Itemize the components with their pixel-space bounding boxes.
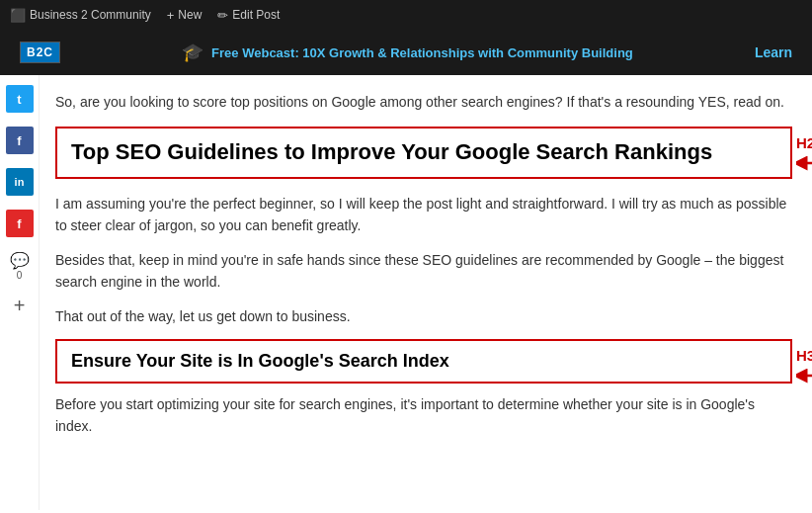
- logo-text: B2C: [27, 45, 53, 59]
- graduation-icon: 🎓: [182, 42, 203, 63]
- facebook-icon: f: [17, 133, 21, 148]
- h3-section: H3 Ensure Your Site is In Google's Searc…: [55, 339, 792, 438]
- social-sidebar: t f in f 💬 0 +: [0, 75, 40, 510]
- body-paragraph-3: That out of the way, let us get down to …: [55, 305, 792, 327]
- promo-banner: B2C 🎓 Free Webcast: 10X Growth & Relatio…: [0, 30, 812, 75]
- h3-label: H3: [796, 347, 812, 364]
- edit-post-link[interactable]: ✏ Edit Post: [217, 8, 280, 23]
- h2-box: Top SEO Guidelines to Improve Your Googl…: [55, 127, 792, 179]
- h3-annotation: H3: [796, 347, 812, 385]
- flipboard-share-button[interactable]: f: [6, 210, 34, 237]
- linkedin-share-button[interactable]: in: [6, 168, 34, 196]
- h2-annotation: H2: [796, 134, 812, 173]
- new-link[interactable]: + New: [167, 8, 203, 23]
- comment-count: 0: [17, 270, 23, 281]
- edit-icon: ✏: [217, 8, 228, 23]
- banner-content: 🎓 Free Webcast: 10X Growth & Relationshi…: [70, 42, 745, 63]
- h2-label: H2: [796, 134, 812, 151]
- h2-arrow-svg: [796, 153, 812, 173]
- site-home-link[interactable]: ⬛ Business 2 Community: [10, 8, 151, 23]
- h3-box: Ensure Your Site is In Google's Search I…: [55, 339, 792, 384]
- main-layout: t f in f 💬 0 + So, are you looking to sc…: [0, 75, 812, 510]
- site-name: Business 2 Community: [30, 8, 151, 22]
- twitter-icon: t: [17, 92, 21, 107]
- more-share-button[interactable]: +: [14, 295, 26, 317]
- after-h3-paragraph: Before you start optimizing your site fo…: [55, 393, 792, 438]
- h3-arrow-svg: [796, 366, 812, 385]
- article-content: So, are you looking to score top positio…: [40, 75, 812, 510]
- h3-heading: Ensure Your Site is In Google's Search I…: [71, 351, 776, 372]
- body-paragraph-2: Besides that, keep in mind you're in saf…: [55, 249, 792, 294]
- facebook-share-button[interactable]: f: [6, 127, 34, 154]
- home-icon: ⬛: [10, 8, 26, 23]
- learn-button[interactable]: Learn: [755, 44, 792, 60]
- body-paragraph-1: I am assuming you're the perfect beginne…: [55, 193, 792, 237]
- plus-icon: +: [167, 8, 175, 23]
- comment-button[interactable]: 💬 0: [10, 251, 30, 281]
- h2-heading: Top SEO Guidelines to Improve Your Googl…: [71, 138, 776, 167]
- flipboard-icon: f: [17, 216, 21, 231]
- intro-paragraph: So, are you looking to score top positio…: [55, 91, 792, 113]
- banner-promo-text: Free Webcast: 10X Growth & Relationships…: [211, 45, 633, 60]
- logo: B2C: [20, 42, 60, 63]
- admin-bar: ⬛ Business 2 Community + New ✏ Edit Post: [0, 0, 812, 30]
- comment-icon: 💬: [10, 251, 30, 270]
- twitter-share-button[interactable]: t: [6, 85, 34, 113]
- h2-section: Top SEO Guidelines to Improve Your Googl…: [55, 127, 792, 179]
- linkedin-icon: in: [15, 176, 25, 188]
- plus-share-icon: +: [14, 295, 26, 316]
